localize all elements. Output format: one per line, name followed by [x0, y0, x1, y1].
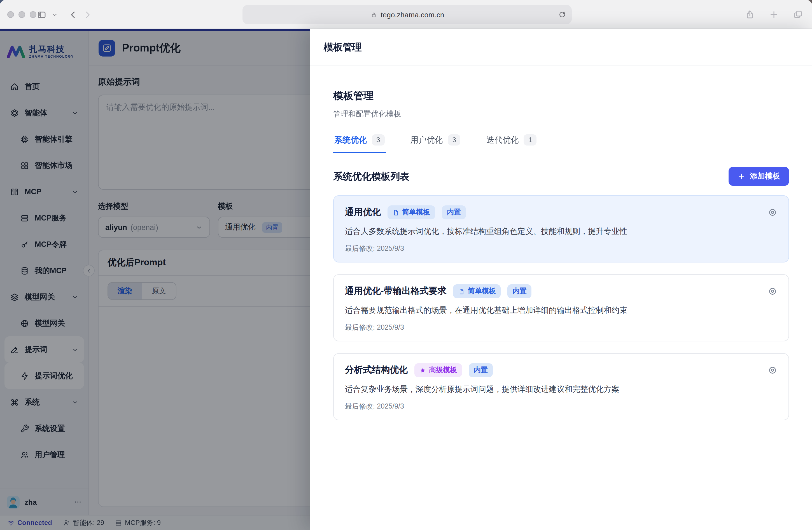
- tab-overview-icon[interactable]: [793, 10, 803, 19]
- sidebar: 扎马科技 ZHAMA TECHNOLOGY 首页 智能体: [0, 31, 89, 515]
- sidebar-item-agent-engine[interactable]: 智能体引擎: [4, 126, 84, 152]
- zoom-button[interactable]: [30, 11, 37, 18]
- users-icon: [20, 450, 29, 459]
- sidebar-item-system-group[interactable]: 系统: [4, 389, 84, 415]
- chevron-down-icon: [72, 109, 78, 116]
- template-card[interactable]: 通用优化 简单模板 内置 适合大多数系统提示词优化，按标准结构重组角色定义、技能…: [333, 195, 789, 263]
- user-row[interactable]: zha: [0, 489, 88, 515]
- user-avatar: [7, 496, 19, 509]
- ellipsis-icon[interactable]: [74, 498, 82, 506]
- sidebar-item-system-settings[interactable]: 系统设置: [4, 415, 84, 442]
- command-icon: [10, 398, 19, 407]
- view-icon[interactable]: [768, 286, 777, 296]
- toolbar-left: [37, 0, 92, 29]
- back-icon[interactable]: [68, 10, 78, 19]
- sidebar-item-user-management[interactable]: 用户管理: [4, 442, 84, 468]
- reload-icon[interactable]: [558, 11, 566, 18]
- tab-system-optimization[interactable]: 系统优化 3: [333, 133, 386, 153]
- sidebar-item-model-gateway-group[interactable]: 模型网关: [4, 284, 84, 310]
- chevron-down-icon[interactable]: [52, 12, 58, 18]
- database-icon: [20, 266, 29, 275]
- sidebar-item-home[interactable]: 首页: [4, 73, 84, 100]
- key-icon: [20, 240, 29, 249]
- tab-iterative-optimization[interactable]: 迭代优化 1: [485, 133, 538, 153]
- chevron-down-icon: [195, 224, 203, 231]
- toolbar-right: [745, 0, 803, 29]
- share-icon[interactable]: [745, 10, 755, 19]
- template-type-badge: 简单模板: [388, 205, 435, 219]
- panel-body: 模板管理 管理和配置优化模板 系统优化 3 用户优化 3 迭代优化 1: [310, 65, 812, 530]
- view-icon[interactable]: [768, 366, 777, 375]
- model-select[interactable]: aliyun (openai): [98, 217, 210, 238]
- tab-render[interactable]: 渲染: [108, 283, 142, 299]
- template-list-title: 系统优化模板列表: [333, 170, 409, 183]
- new-tab-icon[interactable]: [769, 10, 779, 19]
- agents-count-text: 智能体: 29: [73, 518, 104, 528]
- section-title: 模板管理: [333, 89, 789, 102]
- sidebar-item-mcp-tokens[interactable]: MCP令牌: [4, 231, 84, 257]
- template-card[interactable]: 分析式结构优化 高级模板 内置 适合复杂业务场景，深度分析原提示词问题，提供详细…: [333, 353, 789, 420]
- template-modified-date: 最后修改: 2025/9/3: [345, 402, 777, 411]
- sidebar-collapse-button[interactable]: [83, 265, 95, 277]
- sidebar-item-mcp[interactable]: MCP: [4, 178, 84, 205]
- tab-count-badge: 3: [448, 134, 460, 146]
- sidebar-item-model-gateway[interactable]: 模型网关: [4, 310, 84, 336]
- template-title: 分析式结构优化: [345, 364, 408, 376]
- screenshot-stage: tego.zhama.com.cn: [0, 0, 812, 530]
- sidebar-item-agent-market[interactable]: 智能体市场: [4, 152, 84, 178]
- zap-icon: [20, 371, 29, 380]
- view-icon[interactable]: [768, 208, 777, 217]
- panel-title: 模板管理: [324, 41, 362, 54]
- builtin-badge: 内置: [442, 205, 466, 219]
- server-small-icon: [115, 519, 122, 526]
- mcp-count-text: MCP服务: 9: [125, 518, 161, 528]
- template-card[interactable]: 通用优化-带输出格式要求 简单模板 内置 适合需要规范输出格式的场景，在通用优化…: [333, 274, 789, 341]
- forward-icon[interactable]: [83, 10, 92, 19]
- model-provider: (openai): [130, 223, 158, 232]
- tab-raw[interactable]: 原文: [142, 283, 176, 299]
- wrench-icon: [20, 424, 29, 433]
- sidebar-item-agents[interactable]: 智能体: [4, 100, 84, 126]
- template-title: 通用优化: [345, 207, 381, 218]
- builtin-badge: 内置: [262, 222, 282, 233]
- brand-name: 扎马科技: [29, 45, 74, 54]
- sidebar-toggle-icon[interactable]: [37, 10, 46, 19]
- connection-status: Connected: [7, 519, 52, 527]
- builtin-badge: 内置: [508, 284, 532, 298]
- browser-chrome: tego.zhama.com.cn: [0, 0, 812, 29]
- model-value: aliyun: [105, 223, 127, 232]
- blossom-icon: [10, 108, 19, 117]
- sidebar-nav: 首页 智能体 智能体引擎 智能体市场: [0, 72, 88, 489]
- sidebar-item-my-mcp[interactable]: 我的MCP: [4, 257, 84, 284]
- template-management-panel: 模板管理 模板管理 管理和配置优化模板 系统优化 3 用户优化 3 迭代优化: [310, 29, 812, 530]
- sidebar-item-prompts-group[interactable]: 提示词: [4, 336, 84, 363]
- template-modified-date: 最后修改: 2025/9/3: [345, 244, 777, 253]
- cpu-icon: [20, 135, 29, 144]
- plus-icon: [738, 172, 745, 180]
- brand-mark-icon: [7, 45, 25, 58]
- template-list-header: 系统优化模板列表 添加模板: [333, 167, 789, 186]
- server-icon: [20, 214, 29, 222]
- person-icon: [63, 519, 70, 526]
- close-button[interactable]: [7, 11, 14, 18]
- address-bar[interactable]: tego.zhama.com.cn: [243, 5, 572, 24]
- library-icon: [10, 187, 19, 196]
- tab-count-badge: 3: [372, 134, 385, 146]
- chevron-down-icon: [72, 399, 78, 406]
- sidebar-item-prompt-optimization[interactable]: 提示词优化: [4, 363, 84, 389]
- add-template-button[interactable]: 添加模板: [728, 167, 789, 186]
- sidebar-item-mcp-services[interactable]: MCP服务: [4, 205, 84, 231]
- page-title: Prompt优化: [122, 41, 180, 55]
- chevron-down-icon: [72, 346, 78, 353]
- model-label: 选择模型: [98, 202, 210, 211]
- chevron-down-icon: [72, 294, 78, 300]
- tab-count-badge: 1: [524, 134, 536, 146]
- template-type-badge: 简单模板: [453, 284, 501, 298]
- template-title: 通用优化-带输出格式要求: [345, 285, 447, 297]
- globe-icon: [20, 319, 29, 328]
- home-icon: [10, 82, 19, 91]
- minimize-button[interactable]: [18, 11, 25, 18]
- template-description: 适合需要规范输出格式的场景，在通用优化基础上增加详细的输出格式控制和约束: [345, 306, 777, 316]
- brand-subtitle: ZHAMA TECHNOLOGY: [29, 55, 74, 59]
- tab-user-optimization[interactable]: 用户优化 3: [409, 133, 461, 153]
